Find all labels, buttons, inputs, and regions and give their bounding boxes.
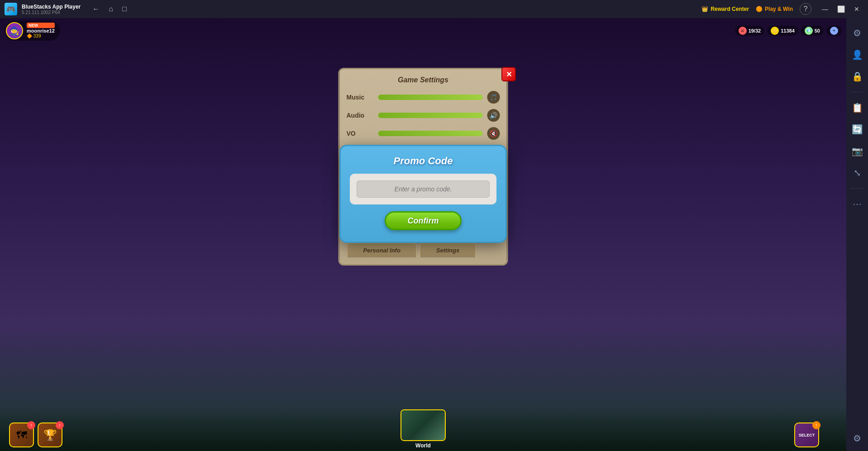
resource-extra: +: [826, 26, 842, 36]
resource-gold: 🪙 11384: [767, 26, 798, 36]
audio-row: Audio 🔊: [347, 109, 500, 122]
hud-resources: ⚔ 19/32 🪙 11384 💎 50 +: [735, 26, 842, 36]
gems-value: 50: [815, 28, 820, 33]
app-name: BlueStacks App Player: [22, 4, 81, 10]
bottom-nav-left: 🗺 ! 🏆 !: [9, 423, 62, 447]
app-logo: 🎮: [5, 3, 17, 15]
game-hud: 🧙 NEW moonrise12 🔶 339 ⚔ 19/32 🪙 11384 �: [0, 18, 846, 43]
nav-icon-1-glyph: 🗺: [16, 429, 27, 442]
play-win-label: Play & Win: [765, 6, 793, 12]
extra-icon: +: [830, 27, 838, 35]
tabs-button[interactable]: □: [119, 3, 129, 15]
player-info-block: 🧙 NEW moonrise12 🔶 339: [5, 21, 60, 41]
promo-dialog-title: Promo Code: [350, 155, 496, 167]
window-controls: — ⬜ ✕: [818, 3, 863, 15]
titlebar-right: 👑 Reward Center 🟠 Play & Win ? — ⬜ ✕: [701, 3, 863, 15]
sidebar-lock-icon[interactable]: 🔒: [849, 68, 865, 85]
right-sidebar: ⚙ 👤 🔒 📋 🔄 📷 ⤡ ⋯ ⚙: [846, 18, 868, 451]
audio-icon: 🔊: [487, 109, 500, 122]
app-version: 5.21.111.1002 P64: [22, 10, 81, 15]
play-win-icon: 🟠: [756, 6, 763, 12]
player-coins: 🔶 339: [27, 33, 55, 38]
world-section[interactable]: World: [401, 409, 446, 449]
sidebar-refresh-icon[interactable]: 🔄: [849, 121, 865, 138]
reward-center-label: Reward Center: [711, 6, 749, 12]
music-row: Music 🎵: [347, 91, 500, 104]
gold-icon: 🪙: [771, 27, 779, 35]
gems-icon: 💎: [805, 27, 813, 35]
music-slider-fill: [378, 95, 483, 100]
game-area: 🧙 NEW moonrise12 🔶 339 ⚔ 19/32 🪙 11384 �: [0, 18, 846, 451]
vo-icon: 🔇: [487, 127, 500, 140]
hp-value: 19/32: [749, 28, 761, 33]
home-button[interactable]: ⌂: [106, 3, 116, 15]
audio-slider-fill: [378, 113, 483, 118]
audio-slider[interactable]: [378, 113, 483, 118]
sidebar-clipboard-icon[interactable]: 📋: [849, 100, 865, 116]
resource-gems: 💎 50: [801, 26, 824, 36]
vo-slider[interactable]: [378, 131, 483, 136]
promo-input-container: [350, 174, 496, 204]
vo-slider-fill: [378, 131, 483, 136]
settings-close-button[interactable]: ✕: [501, 67, 516, 81]
music-icon: 🎵: [487, 91, 500, 104]
sidebar-bottom-settings-icon[interactable]: ⚙: [849, 430, 865, 446]
vo-label: VO: [347, 130, 374, 137]
hp-icon: ⚔: [739, 27, 747, 35]
main-content: 🧙 NEW moonrise12 🔶 339 ⚔ 19/32 🪙 11384 �: [0, 18, 868, 451]
titlebar-nav: ← ⌂ □: [90, 3, 129, 15]
music-label: Music: [347, 94, 374, 101]
sidebar-divider-2: [850, 188, 864, 189]
maximize-button[interactable]: ⬜: [834, 3, 848, 15]
nav-icon-3-badge: !: [812, 421, 820, 429]
minimize-button[interactable]: —: [818, 3, 832, 15]
vo-row: VO 🔇: [347, 127, 500, 140]
reward-icon: 👑: [701, 6, 708, 12]
music-slider[interactable]: [378, 95, 483, 100]
player-name: moonrise12: [27, 28, 55, 33]
select-label: SELECT: [799, 433, 815, 437]
settings-tabs: Personal Info Settings: [347, 242, 500, 257]
resource-hp: ⚔ 19/32: [735, 26, 765, 36]
promo-code-input[interactable]: [357, 180, 490, 198]
nav-icon-2-badge: !: [56, 421, 64, 429]
sidebar-more-icon[interactable]: ⋯: [849, 196, 865, 212]
player-details: NEW moonrise12 🔶 339: [27, 23, 55, 38]
help-button[interactable]: ?: [800, 3, 811, 15]
back-button[interactable]: ←: [90, 3, 102, 15]
bottom-nav-right: SELECT !: [794, 423, 819, 447]
sidebar-profile-icon[interactable]: 👤: [849, 47, 865, 63]
reward-center[interactable]: 👑 Reward Center: [701, 6, 749, 12]
world-label: World: [415, 442, 431, 449]
sidebar-divider-1: [850, 92, 864, 92]
nav-icon-1-badge: !: [27, 421, 35, 429]
sidebar-expand-icon[interactable]: ⤡: [849, 165, 865, 181]
tab-settings[interactable]: Settings: [420, 242, 476, 257]
bottom-area: World 🗺 ! 🏆 ! SELECT !: [0, 406, 846, 451]
settings-title: Game Settings: [347, 76, 500, 84]
gold-value: 11384: [781, 28, 795, 33]
tab-personal-info[interactable]: Personal Info: [347, 242, 417, 257]
player-avatar: 🧙: [6, 22, 23, 39]
nav-icon-1[interactable]: 🗺 !: [9, 423, 34, 447]
confirm-button[interactable]: Confirm: [385, 211, 462, 230]
new-badge: NEW: [27, 23, 55, 28]
promo-dialog: Promo Code Confirm: [339, 145, 507, 243]
audio-label: Audio: [347, 112, 374, 119]
sidebar-camera-icon[interactable]: 📷: [849, 143, 865, 159]
title-bar: 🎮 BlueStacks App Player 5.21.111.1002 P6…: [0, 0, 868, 18]
world-map-thumbnail[interactable]: [401, 409, 446, 441]
nav-icon-2[interactable]: 🏆 !: [38, 423, 62, 447]
close-button[interactable]: ✕: [850, 3, 863, 15]
play-win[interactable]: 🟠 Play & Win: [756, 6, 793, 12]
nav-icon-3[interactable]: SELECT !: [794, 423, 819, 447]
nav-icon-2-glyph: 🏆: [43, 429, 57, 442]
sidebar-settings-icon[interactable]: ⚙: [849, 25, 865, 41]
app-name-block: BlueStacks App Player 5.21.111.1002 P64: [22, 4, 81, 15]
